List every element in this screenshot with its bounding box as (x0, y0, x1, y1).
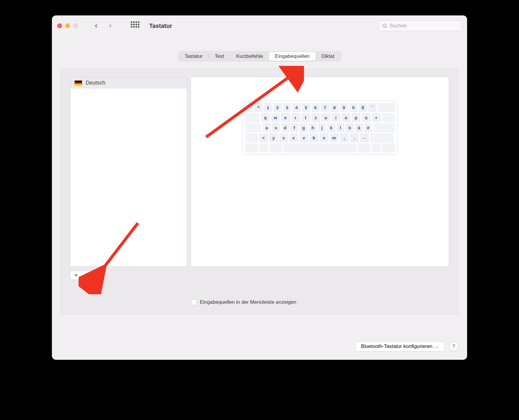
key: n (320, 133, 329, 142)
key: a (263, 123, 271, 132)
key: e (281, 113, 290, 122)
key: o (342, 113, 351, 122)
preferences-window: Tastatur TastaturTextKurzbefehleEingabeq… (52, 15, 467, 360)
svg-point-0 (383, 24, 386, 27)
window-controls (57, 23, 78, 28)
key: i (332, 113, 340, 122)
tab-tastatur[interactable]: Tastatur (179, 52, 208, 61)
input-source-label: Deutsch (86, 80, 105, 86)
input-source-list[interactable]: Deutsch (70, 77, 187, 267)
key: k (327, 123, 335, 132)
key: + (372, 113, 381, 122)
key: 2 (273, 103, 282, 112)
key: 8 (330, 103, 339, 112)
show-all-icon[interactable] (131, 21, 140, 30)
show-in-menubar-row[interactable]: Eingabequellen in der Menüleiste anzeige… (191, 299, 296, 305)
key: d (281, 123, 289, 132)
key: 6 (311, 103, 320, 112)
key: ´ (368, 103, 377, 112)
minimize-window-button[interactable] (65, 23, 70, 28)
footer: Bluetooth-Tastatur konfigurieren … ? (355, 341, 458, 351)
key: ä (355, 123, 363, 132)
tab-kurzbefehle[interactable]: Kurzbefehle (230, 52, 269, 61)
key: l (337, 123, 345, 132)
keyboard-preview: ^1234567890ß´qwertzuiopü+asdfghjklöä#<yx… (243, 101, 397, 154)
key: r (291, 113, 300, 122)
key: 1 (264, 103, 272, 112)
key: ß (359, 103, 367, 112)
source-list-buttons: + − (70, 271, 94, 280)
key: q (261, 113, 270, 122)
key: h (309, 123, 317, 132)
key: x (279, 133, 288, 142)
key: w (271, 113, 280, 122)
bluetooth-keyboard-button[interactable]: Bluetooth-Tastatur konfigurieren … (355, 341, 445, 351)
key: - (360, 133, 369, 142)
key: t (301, 113, 310, 122)
key: 7 (321, 103, 329, 112)
input-source-item[interactable]: Deutsch (70, 77, 187, 89)
key: m (330, 133, 339, 142)
window-title: Tastatur (149, 23, 172, 29)
add-source-button[interactable]: + (70, 271, 82, 279)
key: < (259, 133, 268, 142)
search-input[interactable] (390, 23, 458, 29)
key: p (352, 113, 361, 122)
back-button[interactable] (91, 21, 101, 31)
key: c (289, 133, 298, 142)
search-icon (382, 23, 387, 28)
key: j (318, 123, 326, 132)
content-area: Deutsch ^1234567890ß´qwertzuiopü+asdfghj… (61, 68, 458, 314)
key: b (310, 133, 319, 142)
remove-source-button: − (82, 271, 94, 279)
key: s (272, 123, 280, 132)
close-window-button[interactable] (57, 23, 62, 28)
key: v (300, 133, 308, 142)
tab-bar: TastaturTextKurzbefehleEingabequellenDik… (52, 36, 467, 62)
key: 5 (302, 103, 310, 112)
tab-eingabequellen[interactable]: Eingabequellen (269, 52, 316, 61)
key: u (321, 113, 330, 122)
help-button[interactable]: ? (449, 342, 458, 351)
key: 4 (292, 103, 301, 112)
key: z (311, 113, 320, 122)
forward-button (105, 21, 115, 31)
key: f (290, 123, 298, 132)
show-in-menubar-label: Eingabequellen in der Menüleiste anzeige… (200, 299, 296, 305)
search-field[interactable] (379, 20, 462, 31)
keyboard-preview-pane: ^1234567890ß´qwertzuiopü+asdfghjklöä#<yx… (191, 77, 449, 267)
key: ü (362, 113, 371, 122)
key: ^ (254, 103, 263, 112)
key: 3 (283, 103, 291, 112)
show-in-menubar-checkbox[interactable] (191, 299, 197, 305)
key: . (350, 133, 359, 142)
key: , (340, 133, 349, 142)
svg-line-1 (386, 27, 386, 28)
key: g (300, 123, 308, 132)
tab-text[interactable]: Text (209, 52, 230, 61)
key: 0 (349, 103, 358, 112)
zoom-window-button (73, 23, 78, 28)
flag-icon (74, 80, 82, 85)
titlebar: Tastatur (52, 15, 467, 36)
key: 9 (340, 103, 348, 112)
tab-diktat[interactable]: Diktat (316, 52, 340, 61)
key: y (269, 133, 278, 142)
key: # (364, 123, 372, 132)
key: ö (346, 123, 354, 132)
